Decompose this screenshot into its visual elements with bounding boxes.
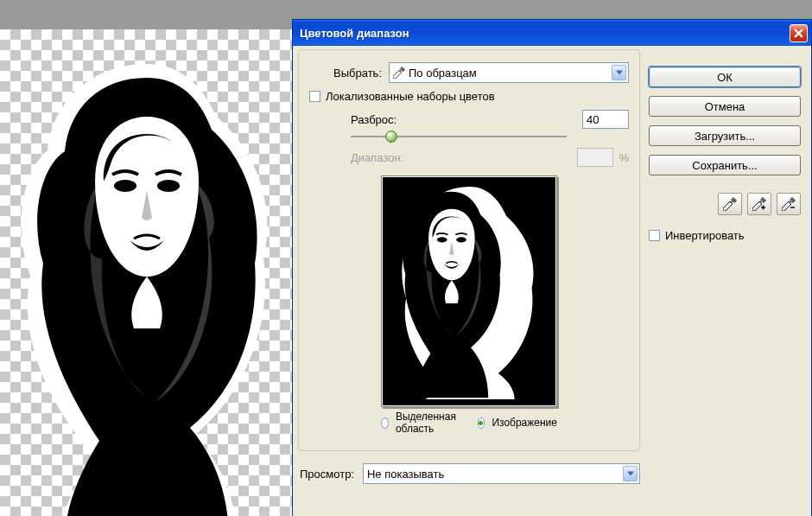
titlebar[interactable]: Цветовой диапазон bbox=[293, 20, 811, 46]
close-button[interactable] bbox=[790, 24, 808, 42]
invert-label: Инвертировать bbox=[665, 229, 745, 242]
preview-mode-dropdown[interactable]: Не показывать bbox=[363, 463, 640, 484]
select-dropdown[interactable]: По образцам bbox=[389, 62, 629, 83]
radio-image[interactable] bbox=[478, 417, 485, 429]
radio-selection-label: Выделенная область bbox=[396, 411, 460, 435]
load-button[interactable]: Загрузить... bbox=[649, 125, 801, 146]
eyedropper-icon bbox=[723, 197, 737, 211]
dialog-title: Цветовой диапазон bbox=[300, 27, 790, 40]
color-range-dialog: Цветовой диапазон Выбрать: По образцам bbox=[292, 19, 812, 516]
fuzziness-slider[interactable] bbox=[351, 136, 567, 137]
close-icon bbox=[794, 29, 803, 38]
range-label: Диапазон: bbox=[351, 151, 460, 164]
eyedropper-icon bbox=[393, 67, 405, 79]
eyedropper-minus-icon bbox=[782, 197, 796, 211]
radio-selection[interactable] bbox=[381, 417, 389, 429]
eyedropper-add-tool[interactable] bbox=[747, 193, 771, 215]
preview-portrait bbox=[394, 187, 546, 399]
options-group: Выбрать: По образцам Локализованные набо… bbox=[298, 49, 640, 451]
localized-checkbox[interactable] bbox=[309, 91, 320, 102]
select-value: По образцам bbox=[409, 67, 477, 80]
editor-canvas[interactable] bbox=[0, 29, 292, 516]
slider-knob[interactable] bbox=[385, 131, 397, 143]
range-input bbox=[577, 148, 613, 167]
preview-mode-value: Не показывать bbox=[367, 468, 444, 481]
range-unit: % bbox=[619, 151, 629, 164]
invert-checkbox[interactable] bbox=[649, 230, 660, 241]
chevron-down-icon bbox=[612, 65, 626, 80]
radio-image-label: Изображение bbox=[492, 417, 557, 429]
eyedropper-subtract-tool[interactable] bbox=[777, 193, 801, 215]
eyedropper-plus-icon bbox=[752, 197, 766, 211]
ok-button[interactable]: ОК bbox=[649, 67, 801, 87]
select-label: Выбрать: bbox=[309, 67, 382, 80]
portrait-artwork bbox=[17, 64, 276, 516]
fuzziness-label: Разброс: bbox=[351, 113, 460, 126]
eyedropper-tool[interactable] bbox=[718, 193, 742, 215]
chevron-down-icon bbox=[623, 466, 638, 481]
preview-image[interactable] bbox=[381, 175, 557, 407]
localized-label: Локализованные наборы цветов bbox=[326, 90, 495, 103]
preview-mode-label: Просмотр: bbox=[300, 468, 354, 481]
fuzziness-input[interactable]: 40 bbox=[582, 110, 629, 129]
cancel-button[interactable]: Отмена bbox=[649, 96, 801, 117]
save-button[interactable]: Сохранить... bbox=[649, 155, 801, 175]
